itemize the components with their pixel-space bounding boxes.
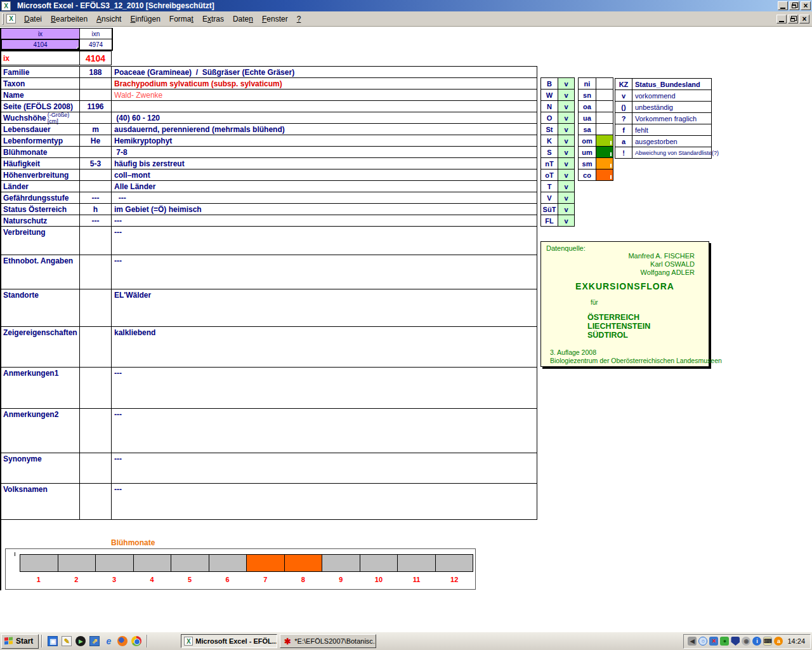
- minimize-button[interactable]: [778, 1, 788, 10]
- zone-code-cell[interactable]: ua: [578, 112, 596, 124]
- row-value-cell[interactable]: kalkliebend: [111, 326, 537, 368]
- row-label[interactable]: Synonyme: [1, 453, 80, 484]
- row-label[interactable]: Verbreitung: [1, 226, 80, 255]
- zone-code-cell[interactable]: sn: [578, 89, 596, 101]
- worksheet[interactable]: ix ixn 4104 4974 ix 4104 Familie188Poace…: [0, 27, 812, 632]
- bundesland-code-cell[interactable]: W: [540, 89, 558, 101]
- lookup-ix-value-active-cell[interactable]: 4104: [1, 39, 80, 50]
- bundesland-code-cell[interactable]: N: [540, 100, 558, 112]
- row-label[interactable]: Lebensdauer: [1, 123, 80, 135]
- datenquelle-box[interactable]: Datenquelle: Manfred A. FISCHER Karl OSW…: [540, 241, 709, 367]
- row-label[interactable]: Familie: [1, 66, 80, 78]
- bundesland-status-cell[interactable]: v: [558, 123, 575, 135]
- kz-code-cell[interactable]: v: [615, 90, 632, 102]
- row-label[interactable]: Lebenformentyp: [1, 135, 80, 147]
- row-code-cell[interactable]: [79, 89, 112, 101]
- row-code-cell[interactable]: [79, 367, 112, 409]
- row-value-cell[interactable]: Hemikryptophyt: [111, 135, 537, 147]
- row-value-cell[interactable]: ---: [111, 226, 537, 255]
- row-label[interactable]: Blühmonate: [1, 146, 80, 158]
- row-label[interactable]: Häufigkeit: [1, 157, 80, 169]
- zone-color-cell[interactable]: [596, 89, 613, 101]
- editor-icon[interactable]: ✎: [62, 636, 72, 646]
- fill-handle[interactable]: [77, 47, 79, 50]
- start-button[interactable]: Start: [1, 634, 39, 649]
- row-value-cell[interactable]: 7-8: [111, 146, 537, 158]
- row-value-cell[interactable]: ---: [111, 483, 537, 520]
- row-value-cell[interactable]: [111, 100, 537, 112]
- bundesland-code-cell[interactable]: V: [540, 192, 558, 204]
- explorer-icon[interactable]: ⇗: [89, 636, 100, 646]
- row-label[interactable]: Volksnamen: [1, 483, 80, 520]
- row-code-cell[interactable]: [79, 226, 112, 255]
- zone-color-cell[interactable]: [596, 100, 613, 112]
- bundesland-status-cell[interactable]: v: [558, 112, 575, 124]
- record-ix-value[interactable]: 4104: [79, 51, 112, 65]
- menu-ansicht[interactable]: Ansicht: [92, 13, 126, 25]
- bundesland-code-cell[interactable]: oT: [540, 169, 558, 181]
- row-code-cell[interactable]: [79, 146, 112, 158]
- bundesland-code-cell[interactable]: O: [540, 112, 558, 124]
- row-code-cell[interactable]: 188: [79, 66, 112, 78]
- bundesland-status-cell[interactable]: v: [558, 215, 575, 227]
- row-code-cell[interactable]: 1196: [79, 100, 112, 112]
- row-value-cell[interactable]: Poaceae (Gramineae) / Süßgräser (Echte G…: [111, 66, 537, 78]
- shield-icon[interactable]: [731, 637, 740, 646]
- bundesland-status-cell[interactable]: v: [558, 180, 575, 192]
- row-value-cell[interactable]: ---: [111, 255, 537, 289]
- row-value-cell[interactable]: ---: [111, 453, 537, 484]
- row-code-cell[interactable]: ---: [79, 192, 112, 204]
- toolbar-grip[interactable]: [2, 13, 4, 25]
- magnifier-icon[interactable]: ○: [698, 637, 707, 646]
- menu-einfgen[interactable]: Einfügen: [126, 13, 164, 25]
- row-value-cell[interactable]: im Gebiet (=Ö) heimisch: [111, 203, 537, 215]
- zone-code-cell[interactable]: sa: [578, 123, 596, 135]
- zone-code-cell[interactable]: co: [578, 169, 596, 181]
- row-value-cell[interactable]: ausdauernd, perennierend (mehrmals blühe…: [111, 123, 537, 135]
- row-label[interactable]: Seite (EFÖLS 2008): [1, 100, 80, 112]
- kz-header-label[interactable]: Status_Bundesland: [632, 78, 712, 90]
- kz-code-cell[interactable]: !: [615, 147, 632, 159]
- taskbar-clock[interactable]: 14:24: [787, 637, 805, 645]
- row-value-cell[interactable]: Brachypodium sylvaticum (subsp. sylvatic…: [111, 77, 537, 90]
- row-code-cell[interactable]: h: [79, 203, 112, 215]
- row-code-cell[interactable]: [79, 180, 112, 192]
- row-code-cell[interactable]: [79, 255, 112, 289]
- menu-bearbeiten[interactable]: Bearbeiten: [46, 13, 92, 25]
- bundesland-code-cell[interactable]: nT: [540, 157, 558, 169]
- zone-code-cell[interactable]: sm: [578, 157, 596, 169]
- row-value-cell[interactable]: Wald- Zwenke: [111, 89, 537, 101]
- info-icon[interactable]: i: [752, 637, 761, 646]
- row-value-cell[interactable]: Alle Länder: [111, 180, 537, 192]
- zone-color-cell[interactable]: [596, 169, 613, 181]
- row-value-cell[interactable]: EL'Wälder: [111, 289, 537, 327]
- lookup-ixn-value[interactable]: 4974: [79, 39, 112, 50]
- sound-icon[interactable]: ◉: [742, 637, 750, 646]
- row-value-cell[interactable]: ---: [111, 408, 537, 453]
- workbook-restore-button[interactable]: [788, 15, 798, 23]
- updater-icon[interactable]: a: [774, 637, 783, 646]
- kz-label-cell[interactable]: ausgestorben: [632, 135, 712, 147]
- row-label[interactable]: Name: [1, 89, 80, 101]
- kz-label-cell[interactable]: Abweichung von Standardliste(?): [632, 147, 712, 159]
- media-player-icon[interactable]: ▶: [75, 636, 86, 646]
- row-label[interactable]: Wuchshöhe(-Größe) [cm]: [1, 112, 80, 124]
- keyboard-icon[interactable]: ⌨: [763, 637, 772, 646]
- workbook-close-button[interactable]: ×: [799, 15, 809, 23]
- bundesland-status-cell[interactable]: v: [558, 77, 575, 90]
- chrome-icon[interactable]: [131, 636, 141, 646]
- taskbar-task-button[interactable]: XMicrosoft Excel - EFÖL...: [181, 634, 277, 648]
- menu-datei[interactable]: Datei: [20, 13, 46, 25]
- row-label[interactable]: Gefährdungsstufe: [1, 192, 80, 204]
- bundesland-status-cell[interactable]: v: [558, 146, 575, 158]
- bundesland-status-cell[interactable]: v: [558, 169, 575, 181]
- bundesland-code-cell[interactable]: FL: [540, 215, 558, 227]
- bundesland-status-cell[interactable]: v: [558, 89, 575, 101]
- row-label[interactable]: Ethnobot. Angaben: [1, 255, 80, 289]
- zone-color-cell[interactable]: [596, 77, 613, 90]
- row-value-cell[interactable]: ---: [111, 215, 537, 227]
- row-code-cell[interactable]: [79, 169, 112, 181]
- bundesland-code-cell[interactable]: SüT: [540, 203, 558, 215]
- bundesland-code-cell[interactable]: K: [540, 135, 558, 147]
- zone-code-cell[interactable]: om: [578, 135, 596, 147]
